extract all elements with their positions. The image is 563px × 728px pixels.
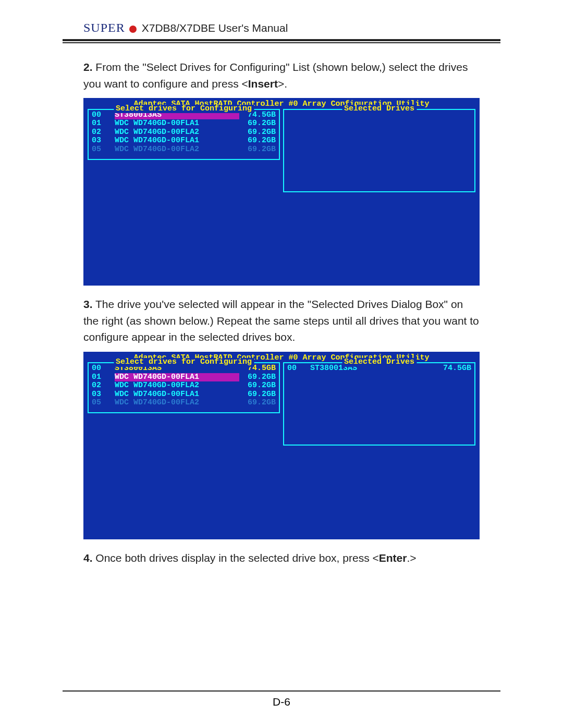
drive-row: 01WDC WD740GD-00FLA169.2GB <box>92 119 276 128</box>
drive-row: 02WDC WD740GD-00FLA269.2GB <box>92 128 276 137</box>
step-2-text: 2. From the "Select Drives for Configuri… <box>83 59 480 92</box>
select-drives-panel: Select drives for Configuring 00ST380013… <box>88 109 280 160</box>
page-number: D-6 <box>0 696 563 708</box>
select-drives-panel: Select drives for Configuring 00ST380013… <box>88 362 280 413</box>
header-rule <box>63 39 500 43</box>
drive-row: 05WDC WD740GD-00FLA269.2GB <box>92 399 276 408</box>
header-title: X7DB8/X7DBE User's Manual <box>142 22 288 34</box>
drive-row: 02WDC WD740GD-00FLA269.2GB <box>92 381 276 390</box>
drive-row: 01WDC WD740GD-00FLA169.2GB <box>92 373 276 382</box>
drive-row: 05WDC WD740GD-00FLA269.2GB <box>92 145 276 154</box>
logo-dot-icon <box>129 26 137 33</box>
step-3-text: 3. The drive you've selected will appear… <box>83 296 480 346</box>
manual-page: SUPER X7DB8/X7DBE User's Manual 2. From … <box>0 0 563 728</box>
bios-screenshot-1: Adaptec SATA HostRAID Controller #0 Arra… <box>83 98 480 286</box>
drive-row: 03WDC WD740GD-00FLA169.2GB <box>92 137 276 145</box>
bios-screenshot-2: Adaptec SATA HostRAID Controller #0 Arra… <box>83 352 480 539</box>
logo-text: SUPER <box>83 21 125 35</box>
selected-drives-panel: Selected Drives <box>283 109 475 192</box>
drive-row: 03WDC WD740GD-00FLA169.2GB <box>92 390 276 399</box>
footer-rule <box>63 690 500 692</box>
selected-drives-panel: Selected Drives 00ST380013AS74.5GB <box>283 362 475 446</box>
page-header: SUPER X7DB8/X7DBE User's Manual <box>83 21 500 35</box>
step-4-text: 4. Once both drives display in the selec… <box>83 550 480 566</box>
